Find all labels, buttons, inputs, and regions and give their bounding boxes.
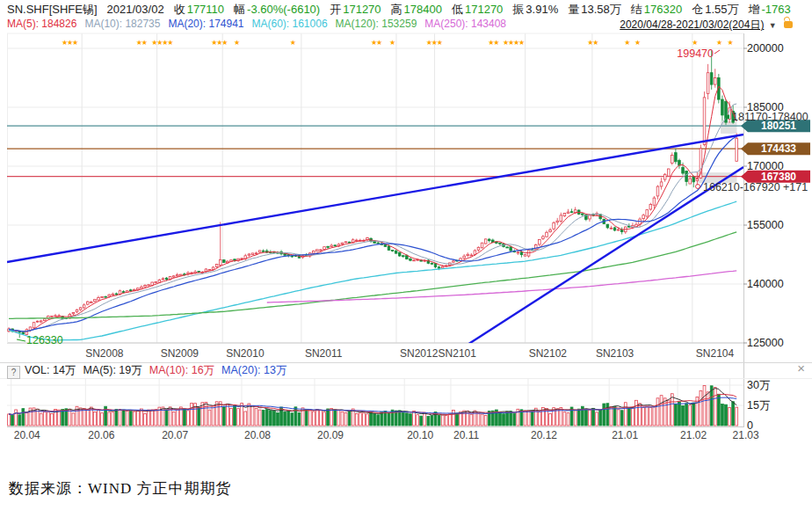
volume-legend-item: MA(20): 13万: [221, 364, 286, 376]
chevron-down-icon[interactable]: ▼: [769, 21, 777, 30]
star-icon: ★: [437, 39, 443, 47]
ma-legend-item: MA(250): 143408: [424, 18, 506, 30]
y-axis-label: 125000: [747, 337, 784, 349]
star-icon: ★: [234, 39, 240, 47]
month-label: 20.12: [531, 429, 557, 441]
star-icon: ★: [634, 39, 641, 47]
ma-legend-item: MA(5): 184826: [7, 18, 76, 30]
month-label: 20.04: [14, 429, 40, 441]
period-selector[interactable]: 2020/04/28-2021/03/02(204日) ▼: [620, 18, 793, 33]
ma-legend-item: MA(120): 153259: [336, 18, 417, 30]
trendline[interactable]: [468, 167, 743, 344]
month-label: 20.08: [244, 429, 271, 441]
month-label: 20.06: [88, 429, 114, 441]
contract-label: SN2104: [696, 347, 735, 360]
futures-chart-app: SN.SHF[SHFE锡]2021/03/02收177110幅-3.60%(-6…: [0, 0, 812, 510]
quote-field: 振3.91%: [512, 3, 558, 16]
high-price-label: 199470: [677, 47, 714, 60]
contract-label: SN2008: [85, 347, 124, 360]
quote-field: 量13.58万: [568, 3, 621, 16]
selection-box[interactable]: [721, 121, 736, 134]
event-stars: ★★★★★★★★★★★★★★★★★★★★★★★★★★★★★★★★★: [62, 39, 734, 47]
close-icon[interactable]: ×: [797, 361, 805, 375]
month-label: 21.03: [733, 429, 759, 441]
contract-label: SN2101: [439, 347, 477, 360]
quote-field: 收177110: [174, 3, 224, 16]
month-label: 20.09: [317, 429, 344, 441]
quote-date: 2021/03/02: [107, 3, 164, 16]
segment-marker: [726, 115, 730, 120]
unlock-icon[interactable]: [784, 21, 793, 28]
star-icon: ★: [376, 39, 382, 47]
volume-axis-label: 30万: [747, 379, 770, 391]
volume-legend-item: VOL: 14万: [25, 364, 76, 376]
star-icon: ★: [290, 39, 296, 47]
quote-field: 结176320: [631, 3, 682, 16]
symbol-name: SN.SHF[SHFE锡]: [7, 3, 98, 16]
star-icon: ★: [692, 39, 698, 47]
ma-legend: MA(5): 184826MA(10): 182735MA(20): 17494…: [7, 18, 514, 30]
month-label: 20.10: [407, 429, 433, 441]
ma-line-ma5: [9, 86, 736, 332]
quote-field: 增-1763: [748, 3, 790, 16]
y-axis-label: 200000: [747, 42, 784, 55]
segment-low-label: 166210-167920 +171: [703, 181, 808, 193]
month-label: 20.07: [162, 429, 188, 441]
ma-legend-item: MA(20): 174941: [168, 18, 243, 30]
segment-marker: [696, 185, 700, 189]
month-label: 21.01: [612, 429, 638, 441]
quote-bar: SN.SHF[SHFE锡]2021/03/02收177110幅-3.60%(-6…: [7, 2, 801, 16]
quote-field: 低171270: [452, 3, 503, 16]
contract-label: SN2103: [596, 347, 634, 360]
ma-legend-item: MA(10): 182735: [84, 18, 160, 30]
month-label: 20.11: [453, 429, 479, 441]
star-icon: ★: [221, 39, 228, 47]
star-icon: ★: [72, 39, 78, 47]
ma-legend-bar: MA(5): 184826MA(10): 182735MA(20): 17494…: [7, 18, 805, 31]
star-icon: ★: [141, 39, 148, 47]
star-icon: ★: [167, 39, 173, 47]
month-label: 21.02: [680, 429, 707, 441]
period-range-link[interactable]: 2020/04/28-2021/03/02(204日): [620, 18, 764, 31]
data-source-caption: 数据来源：WIND 方正中期期货: [9, 478, 232, 499]
price-volume-chart[interactable]: 2000001850001700001550001400001250001802…: [0, 32, 812, 445]
quote-field: 高178400: [391, 3, 442, 16]
star-icon: ★: [624, 39, 630, 47]
volume-legend-item: MA(5): 19万: [83, 364, 141, 376]
quote-field: 仓1.55万: [692, 3, 738, 16]
quote-field: 开171270: [330, 3, 381, 16]
star-icon: ★: [728, 39, 734, 47]
contract-label: SN2012: [400, 347, 439, 360]
segment-high-label: 181170-178400: [732, 111, 808, 123]
quote-fields: 收177110幅-3.60%(-6610)开171270高178400低1712…: [174, 3, 801, 16]
volume-legend-item: MA(10): 16万: [149, 364, 214, 376]
ma-line-ma60: [9, 201, 736, 340]
volume-legend: VOL: 14万MA(5): 19万MA(10): 16万MA(20): 13万: [25, 364, 294, 376]
star-icon: ★: [493, 39, 499, 47]
volume-ma-line: [9, 395, 736, 415]
volume-header: ?VOL: 14万MA(5): 19万MA(10): 16万MA(20): 13…: [7, 363, 805, 377]
star-icon: ★: [518, 39, 525, 47]
contract-label: SN2010: [226, 347, 265, 360]
quote-field: 幅-3.60%(-6610): [234, 3, 320, 16]
ma-line-ma250: [267, 271, 736, 302]
price-badge-label: 174433: [761, 142, 796, 155]
contract-label: SN2102: [529, 347, 568, 360]
contract-label: SN2009: [161, 347, 199, 360]
volume-axis-label: 15万: [747, 399, 770, 412]
y-axis-label: 140000: [747, 278, 784, 290]
ma-line-ma10: [9, 104, 736, 332]
contract-label: SN2011: [305, 347, 343, 360]
y-axis-label: 155000: [747, 219, 784, 231]
star-icon: ★: [592, 39, 598, 47]
help-icon[interactable]: ?: [7, 366, 20, 379]
ma-legend-item: MA(60): 161006: [252, 18, 328, 30]
low-price-label: 126330: [26, 334, 63, 346]
star-icon: ★: [716, 39, 722, 47]
star-icon: ★: [389, 39, 395, 47]
ma-lines: [9, 86, 736, 340]
